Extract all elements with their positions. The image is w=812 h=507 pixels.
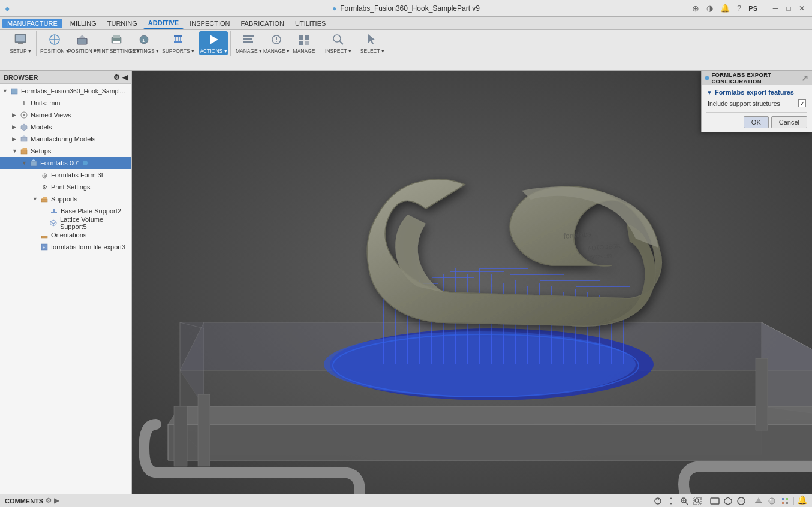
manage3-label: MANAGE xyxy=(293,48,315,54)
svg-point-123 xyxy=(770,499,772,500)
menu-additive[interactable]: ADDITIVE xyxy=(143,18,184,29)
setup-button[interactable]: SETUP ▾ xyxy=(7,31,34,55)
menu-inspection[interactable]: INSPECTION xyxy=(185,19,234,28)
user-initials[interactable]: PS xyxy=(746,5,760,12)
tree-icon-form3l: ◎ xyxy=(40,170,49,180)
tree-icon-baseplate xyxy=(49,206,59,216)
svg-marker-46 xyxy=(50,220,56,224)
print-settings-button[interactable]: PRINT SETTINGS ▾ xyxy=(103,31,130,55)
tree-icon-export: F xyxy=(40,242,49,252)
svg-rect-2 xyxy=(18,43,23,44)
notifications-icon[interactable]: 🔔 xyxy=(718,4,732,13)
close-btn[interactable]: ✕ xyxy=(796,3,807,14)
app-title: ● Formlabs_Fusion360_Hook_SamplePart v9 xyxy=(332,4,480,13)
print-settings-icon xyxy=(109,32,124,47)
orbit-tool-btn[interactable] xyxy=(653,496,663,506)
tree-item-formlabs001[interactable]: ▼ Formlabs 001 xyxy=(0,157,131,169)
inspect-button[interactable]: INSPECT ▾ xyxy=(325,31,351,55)
browser-settings-icon[interactable]: ⚙ xyxy=(113,73,120,82)
tree-item-print-settings[interactable]: ⚙ Print Settings xyxy=(0,181,131,193)
svg-point-108 xyxy=(655,498,661,504)
tree-item-mfg-models[interactable]: ▶ Manufacturing Models xyxy=(0,133,131,145)
manage-btn1[interactable]: MANAGE ▾ xyxy=(236,31,262,55)
tree-arrow-root: ▼ xyxy=(2,88,10,94)
config-cancel-button[interactable]: Cancel xyxy=(771,116,807,128)
config-pin-icon[interactable]: ↗ xyxy=(801,73,808,83)
svg-point-116 xyxy=(695,499,699,502)
expand-arrow-icon: ▼ xyxy=(706,89,712,96)
select-group: SELECT ▾ xyxy=(357,31,388,56)
tree-item-units[interactable]: ℹ Units: mm xyxy=(0,97,131,109)
select-button[interactable]: SELECT ▾ xyxy=(359,31,386,55)
tree-icon-supports xyxy=(40,194,49,204)
actions-button[interactable]: ACTIONS ▾ xyxy=(199,31,228,55)
manage-group: MANAGE ▾ MANAGE ▾ xyxy=(233,31,320,56)
svg-rect-36 xyxy=(21,137,27,141)
menu-fabrication[interactable]: FABRICATION xyxy=(236,19,289,28)
svg-marker-41 xyxy=(31,159,37,161)
tree-item-root[interactable]: ▼ Formlabs_Fusion360_Hook_Sampl... xyxy=(0,85,131,97)
visual-style-btn[interactable] xyxy=(723,496,733,506)
print-settings-btn2[interactable]: 1 SETTINGS ▾ xyxy=(131,31,157,55)
pan-tool-btn[interactable] xyxy=(666,496,676,506)
svg-rect-62 xyxy=(198,394,210,466)
position-button[interactable]: POSITION ▾ xyxy=(41,31,68,55)
menu-manufacture[interactable]: MANUFACTURE xyxy=(2,19,62,28)
zoom-window-btn[interactable] xyxy=(693,496,702,506)
svg-rect-120 xyxy=(755,502,762,503)
include-supports-checkbox[interactable] xyxy=(798,99,806,107)
tree-item-named-views[interactable]: ▶ Named Views xyxy=(0,109,131,121)
titlebar-controls[interactable]: ⊕ ◑ 🔔 ? PS ─ □ ✕ xyxy=(690,3,807,14)
minimize-btn[interactable]: ─ xyxy=(770,3,781,14)
tree-item-lattice[interactable]: Lattice Volume Support5 xyxy=(0,217,131,229)
svg-marker-35 xyxy=(21,124,27,131)
manage2-label: MANAGE ▾ xyxy=(263,48,290,54)
svg-marker-61 xyxy=(168,406,812,424)
effects-btn[interactable] xyxy=(767,496,777,506)
tree-item-models[interactable]: ▶ Models xyxy=(0,121,131,133)
config-buttons: OK Cancel xyxy=(706,112,807,128)
svg-marker-31 xyxy=(368,34,375,44)
config-status-dot xyxy=(705,76,709,80)
tree-item-form3l[interactable]: ◎ Formlabs Form 3L xyxy=(0,169,131,181)
tree-item-supports[interactable]: ▼ Supports xyxy=(0,193,131,205)
config-include-supports-row: Include support structures xyxy=(706,99,807,107)
toolbar-buttons: SETUP ▾ POSITION ▾ xyxy=(0,30,812,56)
menu-milling[interactable]: MILLING xyxy=(65,19,101,28)
supports-icon xyxy=(171,32,185,47)
tree-icon-models xyxy=(19,122,29,132)
svg-marker-121 xyxy=(756,497,761,502)
3d-scene: formlabs AUTODESK FUSION 360 FRONT xyxy=(132,71,812,494)
tree-item-orientations[interactable]: Orientations xyxy=(0,229,131,241)
environment-btn[interactable] xyxy=(736,496,746,506)
tree-item-setups[interactable]: ▼ Setups xyxy=(0,145,131,157)
menu-turning[interactable]: TURNING xyxy=(103,19,142,28)
new-tab-btn[interactable]: ⊕ xyxy=(690,4,702,13)
main-area: BROWSER ⚙ ◀ ▼ Formlabs_Fusion360_Hook_Sa… xyxy=(0,71,812,494)
manage-btn2[interactable]: MANAGE ▾ xyxy=(263,31,290,55)
notification-icon[interactable]: 🔔 xyxy=(797,495,807,505)
position-btn2[interactable]: POSITION ▾ xyxy=(69,31,95,55)
supports-button[interactable]: SUPPORTS ▾ xyxy=(165,31,191,55)
setup-label: SETUP ▾ xyxy=(10,48,31,54)
tree-label-orientations: Orientations xyxy=(51,231,86,239)
tree-label-export: formlabs form file export3 xyxy=(51,243,125,251)
help-icon[interactable]: ? xyxy=(735,4,744,13)
manage-btn3[interactable]: MANAGE xyxy=(291,31,317,55)
config-ok-button[interactable]: OK xyxy=(744,116,769,128)
comments-collapse-icon[interactable]: ▶ xyxy=(54,497,59,505)
tree-item-export[interactable]: F formlabs form file export3 xyxy=(0,241,131,253)
viewport[interactable]: formlabs AUTODESK FUSION 360 FRONT xyxy=(132,71,812,494)
comments-section: COMMENTS ⚙ ▶ xyxy=(5,497,59,505)
maximize-btn[interactable]: □ xyxy=(783,3,794,14)
browser-collapse-icon[interactable]: ◀ xyxy=(122,73,128,82)
account-icon[interactable]: ◑ xyxy=(704,4,715,13)
actions-group: ACTIONS ▾ xyxy=(197,31,231,56)
comments-settings-icon[interactable]: ⚙ xyxy=(46,497,52,505)
menu-utilities[interactable]: UTILITIES xyxy=(290,19,330,28)
tree-item-baseplate[interactable]: Base Plate Support2 xyxy=(0,205,131,217)
appearance-btn[interactable] xyxy=(780,496,790,506)
ground-shadow-btn[interactable] xyxy=(754,496,763,506)
display-settings-btn[interactable] xyxy=(710,496,720,506)
zoom-fit-btn[interactable] xyxy=(679,496,689,506)
